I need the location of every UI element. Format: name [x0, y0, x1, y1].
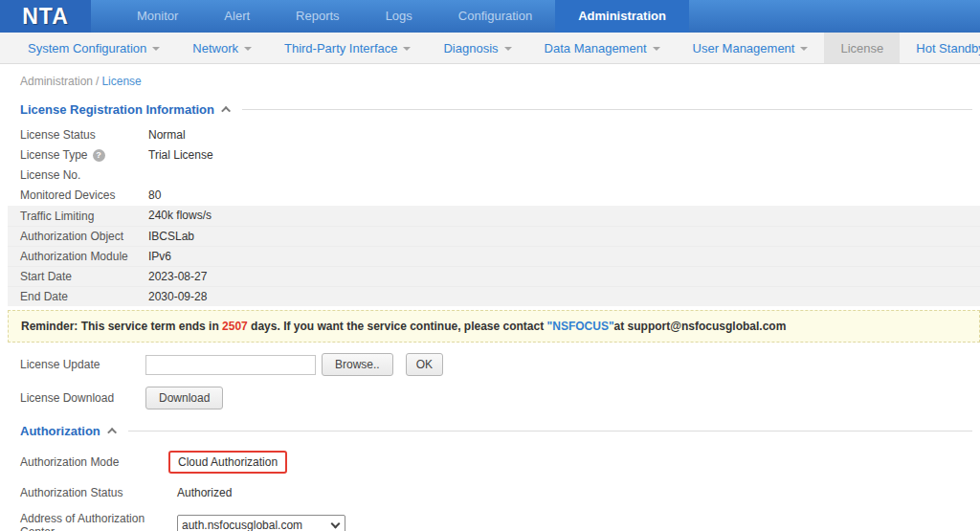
field-value: Normal	[148, 125, 186, 145]
subnav-label: Hot Standby	[916, 41, 980, 55]
subnav-system-configuration[interactable]: System Configuration	[11, 33, 176, 63]
field-label: License No.	[20, 166, 148, 186]
field-label: Traffic Limiting	[20, 206, 148, 226]
field-label: Address of Authorization Center	[20, 512, 177, 531]
top-nav-alert[interactable]: Alert	[201, 0, 273, 33]
license-update-row: License Update Browse.. OK	[0, 353, 980, 376]
field-label: License Download	[20, 391, 145, 405]
field-label: Authorization Object	[20, 227, 148, 246]
authorization-center-select-wrap: auth.nsfocusglobal.com	[177, 515, 345, 531]
field-label: License Type ?	[20, 145, 148, 166]
table-row: License Status Normal	[0, 125, 980, 145]
field-label: Authorization Mode	[20, 455, 177, 469]
chevron-down-icon	[800, 47, 808, 51]
subnav-label: Third-Party Interface	[284, 41, 398, 55]
field-value: Trial License	[148, 145, 213, 166]
license-info-table: License Status Normal License Type ? Tri…	[0, 125, 980, 306]
field-value: 80	[148, 186, 161, 206]
reminder-days: 2507	[222, 320, 248, 333]
subnav-label: Data Management	[545, 41, 647, 55]
subnav-user-management[interactable]: User Management	[677, 33, 825, 63]
subnav-data-management[interactable]: Data Management	[528, 33, 677, 63]
app-logo: NTA	[0, 0, 91, 33]
table-row: Start Date 2023-08-27	[8, 266, 980, 286]
top-nav: Monitor Alert Reports Logs Configuration…	[114, 0, 689, 33]
chevron-down-icon	[653, 47, 660, 51]
chevron-up-icon	[221, 106, 231, 116]
authorization-center-select[interactable]: auth.nsfocusglobal.com	[177, 515, 345, 531]
section-title: License Registration Information	[20, 102, 214, 117]
reminder-text: days. If you want the service continue, …	[248, 320, 547, 333]
chevron-up-icon	[107, 428, 117, 437]
breadcrumb-separator: /	[96, 75, 99, 88]
license-update-ok-button[interactable]: OK	[406, 353, 443, 376]
chevron-down-icon	[504, 47, 512, 51]
field-label: Monitored Devices	[20, 186, 148, 206]
section-title: Authorization	[20, 424, 100, 438]
subnav-license[interactable]: License	[824, 33, 900, 63]
table-row: Traffic Limiting 240k flows/s	[8, 206, 980, 226]
top-nav-reports[interactable]: Reports	[273, 0, 363, 33]
download-button[interactable]: Download	[145, 387, 223, 409]
section-divider	[242, 109, 972, 110]
top-nav-administration[interactable]: Administration	[555, 0, 689, 33]
authorization-section-header[interactable]: Authorization	[20, 424, 972, 438]
subnav-network[interactable]: Network	[176, 33, 268, 63]
top-bar: NTA Monitor Alert Reports Logs Configura…	[0, 0, 980, 33]
chevron-down-icon	[152, 47, 160, 51]
browse-button[interactable]: Browse..	[322, 353, 393, 376]
breadcrumb-current[interactable]: License	[101, 75, 141, 88]
field-label: License Status	[20, 125, 148, 145]
highlight-box: Cloud Authorization	[168, 451, 287, 474]
chevron-down-icon	[403, 47, 411, 51]
subnav-label: User Management	[693, 41, 795, 55]
help-icon[interactable]: ?	[93, 149, 105, 162]
subnav-diagnosis[interactable]: Diagnosis	[427, 33, 527, 63]
vendor-link[interactable]: "NSFOCUS"	[547, 320, 614, 333]
field-label: End Date	[20, 287, 148, 306]
admin-sub-nav: System Configuration Network Third-Party…	[0, 33, 980, 64]
table-row: Authorization Module IPv6	[8, 246, 980, 266]
top-nav-logs[interactable]: Logs	[363, 0, 435, 33]
field-value: Cloud Authorization	[178, 455, 278, 469]
subnav-hot-standby[interactable]: Hot Standby	[900, 33, 980, 63]
subnav-label: System Configuration	[28, 41, 146, 55]
license-download-row: License Download Download	[0, 387, 980, 409]
subnav-label: Network	[192, 41, 238, 55]
field-value: 240k flows/s	[148, 206, 212, 226]
license-file-input[interactable]	[145, 355, 316, 375]
field-label: Authorization Status	[20, 486, 177, 499]
subnav-label: Diagnosis	[443, 41, 498, 55]
field-value: 2023-08-27	[148, 267, 207, 286]
reminder-text: at support@nsfocusglobal.com	[614, 320, 787, 333]
authorization-mode-row: Authorization Mode Cloud Authorization	[0, 451, 980, 474]
field-value: Authorized	[177, 486, 232, 499]
license-section-header[interactable]: License Registration Information	[20, 102, 972, 117]
top-nav-configuration[interactable]: Configuration	[435, 0, 555, 33]
table-row: Monitored Devices 80	[0, 186, 980, 206]
field-label: Authorization Module	[20, 247, 148, 266]
breadcrumb: Administration/License	[20, 75, 980, 88]
field-value: 2030-09-28	[148, 287, 207, 306]
breadcrumb-parent: Administration	[20, 75, 93, 88]
chevron-down-icon	[244, 47, 252, 51]
table-row: Authorization Object IBCSLab	[8, 226, 980, 246]
reminder-text: Reminder: This service term ends in	[21, 320, 222, 333]
table-row: License No.	[0, 166, 980, 186]
top-nav-monitor[interactable]: Monitor	[114, 0, 201, 33]
field-value: IBCSLab	[148, 227, 194, 246]
field-value: IPv6	[148, 247, 171, 266]
authorization-center-row: Address of Authorization Center auth.nsf…	[0, 512, 980, 531]
field-label: License Update	[20, 358, 145, 371]
table-row: License Type ? Trial License	[0, 145, 980, 166]
subnav-third-party-interface[interactable]: Third-Party Interface	[268, 33, 428, 63]
table-row: End Date 2030-09-28	[8, 286, 980, 306]
section-divider	[128, 431, 972, 431]
authorization-status-row: Authorization Status Authorized	[0, 486, 980, 499]
reminder-banner: Reminder: This service term ends in 2507…	[8, 310, 980, 343]
field-label: Start Date	[20, 267, 148, 286]
subnav-label: License	[840, 41, 883, 55]
shaded-rows-band: Traffic Limiting 240k flows/s Authorizat…	[8, 206, 980, 306]
